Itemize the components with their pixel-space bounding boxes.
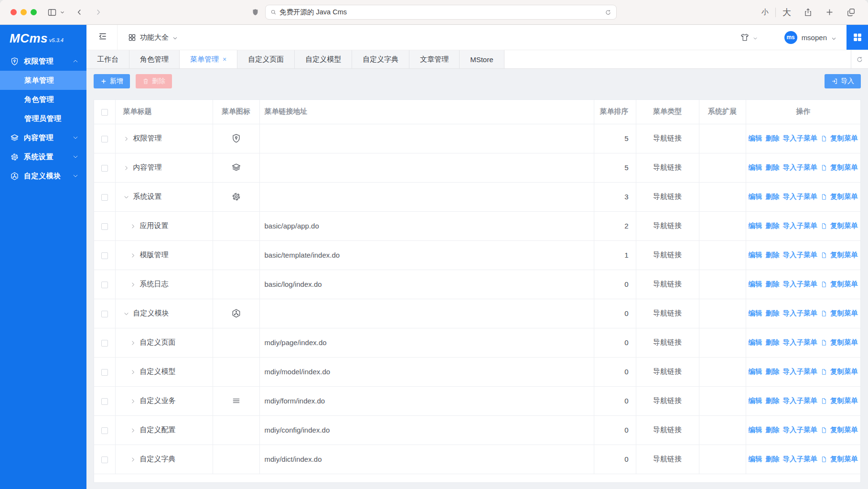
back-icon[interactable]: [75, 8, 84, 16]
delete-link[interactable]: 删除: [766, 163, 780, 172]
tab[interactable]: 工作台: [86, 50, 129, 68]
sidebar-item[interactable]: 自定义模块: [0, 166, 86, 185]
row-checkbox[interactable]: [101, 252, 108, 259]
row-checkbox[interactable]: [101, 311, 108, 317]
tab-overview-icon[interactable]: [847, 8, 856, 17]
forward-icon[interactable]: [94, 8, 102, 16]
collapse-row-icon[interactable]: [123, 194, 129, 200]
edit-link[interactable]: 编辑: [749, 396, 762, 405]
sidebar-item[interactable]: 系统设置: [0, 147, 86, 166]
sidebar-subitem[interactable]: 菜单管理: [0, 71, 86, 90]
chevron-down-icon[interactable]: [60, 10, 65, 15]
edit-link[interactable]: 编辑: [749, 280, 762, 289]
delete-link[interactable]: 删除: [766, 280, 780, 289]
tab[interactable]: 菜单管理 ×: [180, 50, 237, 68]
expand-row-icon[interactable]: [130, 456, 136, 462]
row-checkbox[interactable]: [101, 427, 108, 434]
edit-link[interactable]: 编辑: [749, 425, 762, 435]
close-window-button[interactable]: [11, 9, 17, 15]
copy-link[interactable]: 复制菜单: [821, 221, 858, 230]
collapse-row-icon[interactable]: [123, 310, 129, 316]
copy-link[interactable]: 复制菜单: [821, 309, 858, 318]
import-button[interactable]: 导入: [825, 74, 861, 88]
privacy-shield-icon[interactable]: [251, 8, 259, 16]
row-checkbox[interactable]: [101, 136, 108, 142]
edit-link[interactable]: 编辑: [749, 338, 762, 347]
import-sub-link[interactable]: 导入子菜单: [783, 455, 818, 464]
edit-link[interactable]: 编辑: [749, 367, 762, 376]
select-all-checkbox[interactable]: [101, 109, 108, 116]
text-smaller-button[interactable]: 小: [761, 8, 769, 17]
edit-link[interactable]: 编辑: [749, 192, 762, 201]
expand-row-icon[interactable]: [130, 339, 136, 346]
reload-icon[interactable]: [605, 9, 611, 16]
tab[interactable]: 文章管理: [409, 50, 460, 68]
import-sub-link[interactable]: 导入子菜单: [783, 396, 818, 405]
import-sub-link[interactable]: 导入子菜单: [783, 280, 818, 289]
copy-link[interactable]: 复制菜单: [821, 192, 858, 201]
import-sub-link[interactable]: 导入子菜单: [783, 338, 818, 347]
row-checkbox[interactable]: [101, 165, 108, 172]
refresh-tab-icon[interactable]: [851, 50, 868, 68]
import-sub-link[interactable]: 导入子菜单: [783, 163, 818, 172]
expand-row-icon[interactable]: [130, 398, 136, 404]
minimize-window-button[interactable]: [21, 9, 27, 15]
edit-link[interactable]: 编辑: [749, 163, 762, 172]
new-tab-icon[interactable]: [825, 8, 834, 17]
delete-link[interactable]: 删除: [766, 367, 780, 376]
import-sub-link[interactable]: 导入子菜单: [783, 134, 818, 143]
tab[interactable]: 自定义页面: [237, 50, 295, 68]
import-sub-link[interactable]: 导入子菜单: [783, 425, 818, 435]
row-checkbox[interactable]: [101, 340, 108, 347]
delete-link[interactable]: 删除: [766, 309, 780, 318]
delete-link[interactable]: 删除: [766, 250, 780, 260]
avatar[interactable]: ms: [784, 31, 797, 44]
delete-link[interactable]: 删除: [766, 455, 780, 464]
theme-dropdown[interactable]: [740, 33, 758, 42]
delete-link[interactable]: 删除: [766, 192, 780, 201]
tab[interactable]: 自定义模型: [295, 50, 352, 68]
tab[interactable]: MStore: [460, 50, 504, 68]
edit-link[interactable]: 编辑: [749, 221, 762, 230]
row-checkbox[interactable]: [101, 223, 108, 230]
expand-row-icon[interactable]: [130, 223, 136, 229]
delete-link[interactable]: 删除: [766, 338, 780, 347]
tab[interactable]: 角色管理: [129, 50, 180, 68]
app-menu-dropdown[interactable]: 功能大全: [128, 33, 178, 42]
delete-link[interactable]: 删除: [766, 221, 780, 230]
copy-link[interactable]: 复制菜单: [821, 134, 858, 143]
apps-grid-button[interactable]: [847, 25, 868, 50]
address-bar[interactable]: 免费开源的 Java Cms: [265, 5, 617, 20]
sidebar-subitem[interactable]: 管理员管理: [0, 109, 86, 128]
expand-row-icon[interactable]: [130, 369, 136, 375]
expand-row-icon[interactable]: [123, 135, 129, 141]
copy-link[interactable]: 复制菜单: [821, 338, 858, 347]
copy-link[interactable]: 复制菜单: [821, 250, 858, 260]
zoom-window-button[interactable]: [31, 9, 37, 15]
copy-link[interactable]: 复制菜单: [821, 163, 858, 172]
import-sub-link[interactable]: 导入子菜单: [783, 309, 818, 318]
delete-link[interactable]: 删除: [766, 134, 780, 143]
row-checkbox[interactable]: [101, 456, 108, 463]
import-sub-link[interactable]: 导入子菜单: [783, 192, 818, 201]
edit-link[interactable]: 编辑: [749, 455, 762, 464]
import-sub-link[interactable]: 导入子菜单: [783, 250, 818, 260]
share-icon[interactable]: [804, 8, 813, 17]
expand-row-icon[interactable]: [130, 281, 136, 287]
delete-link[interactable]: 删除: [766, 425, 780, 435]
expand-row-icon[interactable]: [130, 252, 136, 258]
sidebar-item[interactable]: 内容管理: [0, 128, 86, 147]
row-checkbox[interactable]: [101, 398, 108, 405]
row-checkbox[interactable]: [101, 369, 108, 376]
sidebar-item[interactable]: 权限管理: [0, 52, 86, 71]
row-checkbox[interactable]: [101, 282, 108, 288]
import-sub-link[interactable]: 导入子菜单: [783, 221, 818, 230]
collapse-sidebar-icon[interactable]: [98, 32, 107, 43]
copy-link[interactable]: 复制菜单: [821, 396, 858, 405]
add-button[interactable]: 新增: [94, 74, 130, 88]
copy-link[interactable]: 复制菜单: [821, 425, 858, 435]
edit-link[interactable]: 编辑: [749, 250, 762, 260]
copy-link[interactable]: 复制菜单: [821, 280, 858, 289]
edit-link[interactable]: 编辑: [749, 134, 762, 143]
delete-button[interactable]: 删除: [136, 74, 172, 88]
